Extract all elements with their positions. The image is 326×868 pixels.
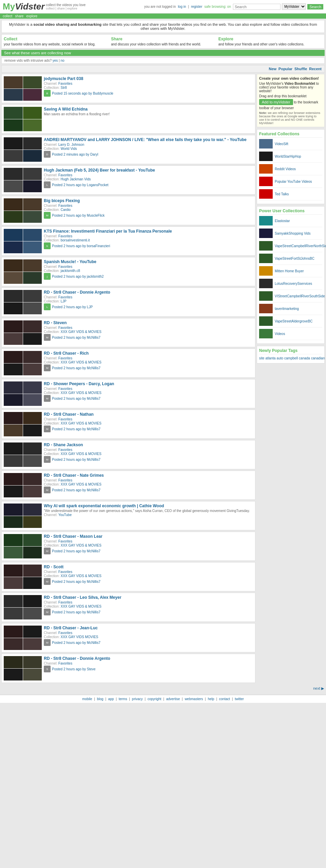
nav-collect[interactable]: collect (3, 14, 12, 18)
tag-link[interactable]: canada (299, 356, 310, 360)
poster-link[interactable]: Daryl (90, 153, 98, 156)
collection-name[interactable]: Popular YouTube Videos (275, 180, 312, 183)
safe-browsing-link[interactable]: safe browsing: on (204, 5, 231, 8)
power-user-name[interactable]: LotusRecoverySservices (275, 282, 312, 285)
video-title[interactable]: RD - Str8 Chaser - Jean-Luc (44, 626, 253, 630)
video-title[interactable]: Spanish Muscle! - YouTube (44, 259, 253, 264)
featured-collection-item[interactable]: Reddit Videos (259, 164, 322, 175)
video-thumbnail[interactable] (4, 656, 42, 680)
video-title[interactable]: KTS Finance: Investimenti Finanziari per… (44, 229, 253, 234)
power-user-name[interactable]: VapeStreetAldergroveBC (275, 319, 313, 323)
video-title[interactable]: RD - Str8 Chaser - Nathan (44, 412, 253, 417)
poster-link[interactable]: jacklsmith2 (87, 275, 104, 278)
tag-link[interactable]: canadian (311, 356, 325, 360)
video-thumbnail[interactable] (4, 473, 42, 497)
remove-yes[interactable]: yes (53, 59, 58, 62)
poster-link[interactable]: LogansPocket (87, 183, 108, 187)
power-user-item[interactable]: VapeStreetCampbellRiverNorthSide (259, 241, 322, 252)
poster-link[interactable]: McNillis7 (87, 488, 101, 492)
poster-link[interactable]: McNillis7 (87, 397, 101, 400)
video-title[interactable]: Hugh Jackman (Feb 5, 2024) Beer for brea… (44, 168, 253, 173)
register-link[interactable]: register (191, 5, 202, 8)
footer-link[interactable]: app (108, 697, 114, 701)
footer-link[interactable]: advertise (166, 697, 180, 701)
footer-link[interactable]: privacy (132, 697, 143, 701)
power-user-item[interactable]: SamyakkShopping Vids (259, 229, 322, 240)
power-user-name[interactable]: Videos (275, 332, 285, 336)
video-title[interactable]: RD - Str8 Chaser - Nate Grimes (44, 473, 253, 478)
video-title[interactable]: RD - Str8 Chaser - Rich (44, 351, 253, 356)
video-thumbnail[interactable] (4, 137, 42, 162)
video-title[interactable]: RD - Scott (44, 565, 253, 569)
login-link[interactable]: log in (178, 5, 186, 8)
power-user-item[interactable]: VapeStreetFortStJohnsBC (259, 254, 322, 265)
collection-name[interactable]: Ted Talks (275, 192, 289, 196)
power-user-item[interactable]: Mitten Home Buyer (259, 266, 322, 277)
power-user-item[interactable]: VapeStreetAldergroveBC (259, 316, 322, 328)
video-thumbnail[interactable] (4, 229, 42, 253)
video-title[interactable]: Big biceps Flexing (44, 198, 253, 203)
poster-link[interactable]: McNillis7 (87, 336, 101, 339)
poster-link[interactable]: McNillis7 (87, 458, 101, 461)
video-title[interactable]: RD - Str8 Chaser - Donnie Argento (44, 290, 253, 295)
power-user-name[interactable]: Mitten Home Buyer (275, 269, 304, 273)
tag-link[interactable]: auto (277, 356, 283, 360)
poster-link[interactable]: McNillis7 (87, 366, 101, 370)
search-button[interactable]: Search (307, 4, 323, 9)
video-thumbnail[interactable] (4, 168, 42, 192)
video-title[interactable]: RD - Str8 Chaser - Mason Lear (44, 534, 253, 539)
video-thumbnail[interactable] (4, 351, 42, 375)
video-title[interactable]: Why AI will spark exponential economic g… (44, 504, 253, 508)
nav-share[interactable]: share (15, 14, 23, 18)
video-thumbnail[interactable] (4, 626, 42, 650)
video-title[interactable]: Saving A Wild Echidna (44, 107, 253, 112)
video-thumbnail[interactable] (4, 76, 42, 101)
video-thumbnail[interactable] (4, 107, 42, 131)
video-thumbnail[interactable] (4, 320, 42, 345)
video-thumbnail[interactable] (4, 595, 42, 619)
video-thumbnail[interactable] (4, 198, 42, 223)
video-thumbnail[interactable] (4, 259, 42, 284)
video-thumbnail[interactable] (4, 442, 42, 467)
video-title[interactable]: RD - Str8 Chaser - Donnie Argento (44, 656, 253, 661)
poster-link[interactable]: Steve (87, 667, 96, 671)
featured-collection-item[interactable]: Popular YouTube Videos (259, 177, 322, 188)
featured-collection-item[interactable]: WorldStarHipHop (259, 152, 322, 163)
next-page-link[interactable]: next ▶ (313, 686, 324, 690)
collection-name[interactable]: VideoSift (275, 142, 288, 146)
video-title[interactable]: ANDREI MARTYANOV and LARRY JOHNSON / LIV… (44, 137, 253, 142)
nav-explore[interactable]: explore (26, 14, 37, 18)
search-scope-select[interactable]: MyVidster (282, 3, 306, 10)
footer-link[interactable]: contact (219, 697, 230, 701)
poster-link[interactable]: McNillis7 (87, 549, 101, 553)
video-title[interactable]: RD - Steven (44, 320, 253, 325)
collection-name[interactable]: Reddit Videos (275, 167, 296, 171)
filter-new[interactable]: New (269, 67, 276, 71)
poster-link[interactable]: Buddymuscle (93, 92, 113, 95)
power-user-name[interactable]: VIStreetCampbellRiverSouthSide (275, 294, 325, 298)
footer-link[interactable]: help (208, 697, 214, 701)
video-thumbnail[interactable] (4, 381, 42, 406)
power-user-item[interactable]: LotusRecoverySservices (259, 279, 322, 290)
poster-link[interactable]: McNillis7 (87, 427, 101, 431)
video-title[interactable]: jodymuscle Part 038 (44, 76, 253, 81)
bookmarklet-button[interactable]: Add to myVidster (259, 99, 293, 105)
power-user-item[interactable]: taveritmarketing (259, 304, 322, 315)
tag-link[interactable]: campbell (284, 356, 298, 360)
footer-link[interactable]: twitter (235, 697, 244, 701)
footer-link[interactable]: webmasters (185, 697, 203, 701)
power-user-item[interactable]: Videos (259, 329, 322, 340)
video-title[interactable]: RD - Shower Peepers - Darcy, Logan (44, 381, 253, 386)
video-thumbnail[interactable] (4, 290, 42, 314)
poster-link[interactable]: McNillis7 (87, 580, 101, 584)
power-user-item[interactable]: VIStreetCampbellRiverSouthSide (259, 291, 322, 302)
power-user-name[interactable]: taveritmarketing (275, 307, 299, 311)
featured-collection-item[interactable]: Ted Talks (259, 189, 322, 200)
power-user-name[interactable]: VapeStreetCampbellRiverNorthSide (275, 244, 326, 248)
poster-link[interactable]: McNillis7 (87, 610, 101, 614)
footer-link[interactable]: mobile (82, 697, 92, 701)
power-user-item[interactable]: Elastostar (259, 216, 322, 227)
filter-shuffle[interactable]: Shuffle (294, 67, 307, 71)
poster-link[interactable]: borsaFinanzieri (87, 244, 110, 248)
poster-link[interactable]: LJP (87, 305, 93, 309)
